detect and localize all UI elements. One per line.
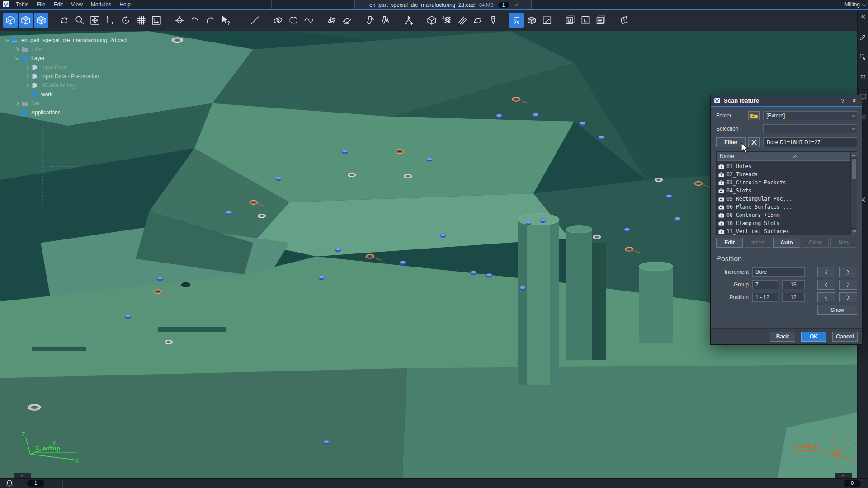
increment-field[interactable]: Bore [752, 267, 805, 277]
menu-edit[interactable]: Edit [49, 0, 67, 9]
view-wireframe-button[interactable] [3, 13, 18, 28]
branch-axes-button[interactable] [401, 13, 416, 28]
view-solid-button[interactable] [34, 13, 48, 28]
plane-face-button[interactable] [471, 13, 485, 28]
message-count-badge[interactable]: 0 [844, 480, 861, 487]
menu-view[interactable]: View [67, 0, 87, 9]
feature-list-item[interactable]: 02_Threads [718, 170, 850, 178]
auto-button[interactable]: Auto [773, 238, 800, 248]
dialog-close-button[interactable]: × [850, 97, 858, 104]
refresh-view-button[interactable] [57, 13, 71, 28]
scrollbar-thumb[interactable] [852, 159, 856, 179]
selection-dropdown[interactable] [763, 124, 857, 133]
show-button[interactable]: Show [817, 305, 857, 315]
pan-view-button[interactable] [88, 13, 102, 28]
surface-check-button[interactable] [325, 13, 339, 28]
cancel-button[interactable]: Cancel [832, 332, 858, 342]
expander-closed-icon[interactable] [14, 102, 20, 105]
position-field-2[interactable]: 12 [782, 293, 805, 302]
framed-stack-button[interactable] [594, 13, 608, 28]
undo-view-button[interactable] [188, 13, 202, 28]
edit-button[interactable]: Edit [716, 238, 743, 248]
solid-box-button[interactable] [425, 13, 439, 28]
tool-pin-button[interactable] [486, 13, 500, 28]
rotate-view-button[interactable] [118, 13, 133, 28]
scroll-down-button[interactable] [851, 228, 857, 235]
collapse-panel-button[interactable] [859, 13, 868, 22]
feature-list-item[interactable]: 08_Contours +15mm [718, 211, 850, 219]
increment-next-button[interactable] [839, 267, 857, 277]
tree-item-en-part-special-die-manufacturing-2d-cad[interactable]: en_part_special_die_manufacturing_2d.cad [4, 36, 127, 45]
position-prev-button[interactable] [817, 292, 835, 302]
menu-help[interactable]: Help [115, 0, 135, 9]
expander-closed-icon[interactable] [14, 48, 20, 51]
list-scrollbar[interactable] [851, 151, 857, 235]
tree-item-input-data[interactable]: Input Data [4, 63, 127, 72]
position-next-button[interactable] [839, 292, 857, 302]
tree-item-layer[interactable]: Layer [4, 54, 127, 63]
list-header-name[interactable]: Name [717, 152, 850, 161]
axis-orientation-button[interactable] [103, 13, 118, 28]
scroll-up-button[interactable] [851, 151, 857, 159]
back-button[interactable]: Back [770, 332, 795, 342]
expander-closed-icon[interactable] [24, 84, 30, 87]
document-tab[interactable]: en_part_special_die_manufacturing_2d.cad… [354, 0, 532, 9]
feature-list-item[interactable]: 10_Clamping Slots [718, 219, 850, 227]
notification-bell-icon[interactable] [5, 479, 14, 488]
dialog-help-button[interactable]: ? [839, 97, 847, 104]
expander-closed-icon[interactable] [24, 75, 30, 78]
flange-single-button[interactable] [363, 13, 377, 28]
notification-count-badge[interactable]: 1 [27, 480, 44, 487]
framed-pin-button[interactable] [563, 13, 577, 28]
redo-view-button[interactable] [203, 13, 217, 28]
spline-curve-button[interactable] [302, 13, 316, 28]
pivot-point-button[interactable] [172, 13, 187, 28]
expander-open-icon[interactable] [4, 39, 10, 42]
tree-item-input-data-preparation[interactable]: Input Data - Preparation [4, 72, 127, 81]
surface-patch-button[interactable] [286, 13, 301, 28]
zoom-search-button[interactable] [72, 13, 87, 28]
note-warning-button[interactable] [617, 13, 631, 28]
feature-list-item[interactable]: 06_Plane Surfaces ... [718, 203, 850, 211]
feature-list-item[interactable]: 01_Holes [718, 162, 850, 170]
stacked-sheets-button[interactable] [455, 13, 470, 28]
expander-closed-icon[interactable] [24, 66, 30, 69]
position-field-1[interactable]: 1 - 12 [752, 293, 778, 302]
folder-browse-button[interactable] [748, 111, 760, 120]
draw-line-button[interactable] [248, 13, 262, 28]
surface-eye-button[interactable] [271, 13, 285, 28]
statusbar-collapse-right[interactable] [835, 473, 852, 478]
feature-list-item[interactable]: 03_Circular Pockets [718, 178, 850, 187]
statusbar-collapse-left[interactable] [14, 473, 31, 478]
menu-file[interactable]: File [33, 0, 49, 9]
cursor-help-button[interactable]: ? [218, 13, 233, 28]
solid-cube-button[interactable] [524, 13, 539, 28]
menu-tebis[interactable]: Tebis [12, 0, 33, 9]
edit-pencil-button[interactable] [859, 33, 868, 42]
layer-levels-button[interactable]: 2= [440, 13, 454, 28]
folder-dropdown[interactable]: [Extern] [763, 111, 857, 120]
feature-star-button[interactable] [859, 72, 868, 81]
group-next-button[interactable] [839, 280, 857, 290]
select-region-button[interactable] [859, 52, 868, 61]
fit-view-button[interactable] [149, 13, 164, 28]
framed-corner-button[interactable] [578, 13, 593, 28]
ok-button[interactable]: OK [801, 332, 826, 342]
tree-item-set[interactable]: Set [4, 99, 127, 108]
flange-multi-button[interactable] [378, 13, 393, 28]
tree-item-applications[interactable]: Applications [4, 108, 127, 117]
profile-selector[interactable]: Milling [844, 0, 865, 9]
tree-item-nc-machining[interactable]: NC-Machining [4, 81, 127, 90]
trim-sheet-button[interactable] [540, 13, 554, 28]
feature-list-item[interactable]: 05_Rectangular Poc... [718, 195, 850, 203]
dialog-titlebar[interactable]: Scan feature ? × [711, 95, 862, 107]
increment-prev-button[interactable] [817, 267, 835, 277]
open-sheet-button[interactable] [340, 13, 354, 28]
tree-item-work[interactable]: work [4, 90, 127, 99]
feature-list-item[interactable]: 04_Slots [718, 187, 850, 195]
grid-snap-button[interactable] [134, 13, 148, 28]
view-shaded-button[interactable] [19, 13, 33, 28]
feature-list-item[interactable]: 11_Vertical Surfaces [718, 227, 850, 235]
expander-open-icon[interactable] [14, 57, 20, 60]
scan-feature-button[interactable] [509, 13, 524, 28]
